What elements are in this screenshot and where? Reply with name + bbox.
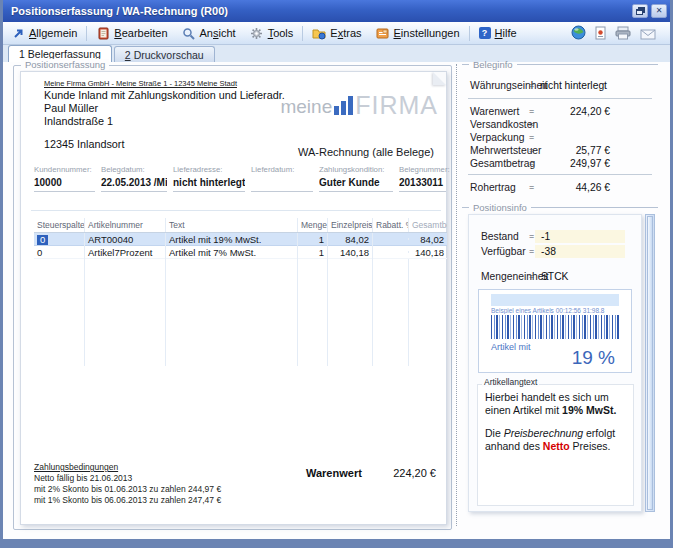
beleginfo-row: Gesamtbetrag = 249,97 € xyxy=(462,158,658,171)
globe-button[interactable] xyxy=(571,25,586,44)
menu-extras[interactable]: Extras xyxy=(305,24,368,43)
field-zahlungskondition[interactable]: Zahlungskondition: Guter Kunde xyxy=(319,165,393,192)
window-title: Positionserfassung / WA-Rechnung (R00) xyxy=(11,5,632,17)
payment-line: mit 2% Skonto bis 01.06.2013 zu zahlen 2… xyxy=(34,484,221,495)
logo-bar-icon xyxy=(341,101,346,115)
positionsinfo-group-header: Positionsinfo xyxy=(462,202,658,213)
warenwert-value: 224,20 € xyxy=(393,467,436,479)
scrollbar-thumb[interactable] xyxy=(647,216,653,510)
positionsinfo-card: Bestand = -1 Verfügbar = -38 Mengeneinhe… xyxy=(468,214,642,512)
edit-book-icon xyxy=(96,27,110,40)
payment-terms-heading: Zahlungsbedingungen xyxy=(34,462,221,473)
divider xyxy=(31,210,441,211)
close-button[interactable]: ✕ xyxy=(651,4,667,18)
cell-steuerspalte[interactable]: 0 xyxy=(34,246,85,259)
restore-button[interactable] xyxy=(632,4,648,18)
close-icon: ✕ xyxy=(656,7,663,15)
logo-bar-icon xyxy=(348,96,353,115)
cell-einzelpreis[interactable]: 140,18 xyxy=(328,246,373,259)
tab-druckvorschau[interactable]: 2 Druckvorschau xyxy=(114,46,215,62)
mail-button[interactable] xyxy=(640,26,656,44)
cell-gesamtbetrag[interactable]: 84,02 xyxy=(409,233,447,246)
warenwert-label: Warenwert xyxy=(306,467,362,479)
beleginfo-group-header: Beleginfo xyxy=(462,59,658,70)
menu-bearbeiten[interactable]: Bearbeiten xyxy=(89,24,174,43)
help-icon: ? xyxy=(479,27,491,39)
gear-icon xyxy=(250,27,264,40)
cell-gesamtbetrag[interactable]: 140,18 xyxy=(409,246,447,259)
divider xyxy=(468,174,652,175)
cell-rabatt[interactable] xyxy=(373,238,409,240)
article-image[interactable]: Beispiel eines Artikels 00:12:56 31:98.8… xyxy=(478,289,632,373)
menu-separator xyxy=(469,26,470,41)
field-belegdatum[interactable]: Belegdatum: 22.05.2013 /Mi xyxy=(101,165,167,192)
menu-label: Hilfe xyxy=(495,27,517,39)
positions-table: Steuerspalte Artikelnummer Text Menge Ei… xyxy=(34,218,447,366)
recipient-line: Kunde Inland mit Zahlungskondition und L… xyxy=(44,89,285,101)
document-button[interactable] xyxy=(595,26,606,44)
field-lieferdatum[interactable]: Lieferdatum: xyxy=(251,165,313,192)
field-lieferadresse[interactable]: Lieferadresse: nicht hinterlegt xyxy=(173,165,245,192)
cell-artikelnummer[interactable]: ART00040 xyxy=(85,233,166,246)
cell-steuerspalte[interactable]: 0 xyxy=(34,233,85,246)
payment-terms: Zahlungsbedingungen Netto fällig bis 21.… xyxy=(34,462,221,506)
divider xyxy=(468,98,652,99)
cell-einzelpreis[interactable]: 84,02 xyxy=(328,233,373,246)
menu-label: Allgemein xyxy=(29,27,77,39)
app-window: Positionserfassung / WA-Rechnung (R00) ✕… xyxy=(0,0,673,548)
menu-allgemein[interactable]: Allgemein xyxy=(4,24,84,43)
title-bar[interactable]: Positionserfassung / WA-Rechnung (R00) ✕ xyxy=(0,0,673,22)
menu-hilfe[interactable]: ? Hilfe xyxy=(472,24,524,43)
column-header[interactable]: Gesamtbetrag xyxy=(409,218,447,232)
artikellangtext-box[interactable]: Hierbei handelt es sich um einen Artikel… xyxy=(477,384,634,506)
cell-text[interactable]: Artikel mit 19% MwSt. xyxy=(166,233,298,246)
panel-splitter[interactable] xyxy=(456,64,457,526)
recipient-city: 12345 Inlandsort xyxy=(44,138,124,150)
arrow-ne-icon xyxy=(11,27,25,40)
menu-einstellungen[interactable]: Einstellungen xyxy=(369,24,467,43)
cell-menge[interactable]: 1 xyxy=(298,233,328,246)
bestand-row: Bestand = -1 xyxy=(469,231,641,244)
group-label-beleginfo: Beleginfo xyxy=(473,59,513,70)
cell-rabatt[interactable] xyxy=(373,251,409,253)
field-belegnummer[interactable]: Belegnummer: 20133011 xyxy=(399,165,446,192)
empty-grid-rows[interactable] xyxy=(34,259,447,366)
payment-line: mit 1% Skonto bis 06.06.2013 zu zahlen 2… xyxy=(34,495,221,506)
printer-button[interactable] xyxy=(615,26,631,44)
header-fields: Kundennummer: 10000 Belegdatum: 22.05.20… xyxy=(34,165,446,205)
langtext-paragraph: Hierbei handelt es sich um einen Artikel… xyxy=(485,391,626,416)
beleginfo-row: Verpackung = xyxy=(462,132,658,145)
content-area: Positionserfassung Meine Firma GmbH - Me… xyxy=(0,62,673,539)
logo-bar-icon xyxy=(334,106,339,115)
column-header[interactable]: Text xyxy=(166,218,298,232)
menu-label: Extras xyxy=(330,27,361,39)
folder-icon xyxy=(312,27,326,40)
menu-tools[interactable]: Tools xyxy=(243,24,301,43)
beleginfo-row: Währungseinheit = nicht hinterlegt xyxy=(462,80,658,93)
window-controls: ✕ xyxy=(632,4,667,18)
menu-label: Bearbeiten xyxy=(114,27,167,39)
beleginfo-row: Rohertrag = 44,26 € xyxy=(462,182,658,195)
table-row[interactable]: 0 Artikel7Prozent Artikel mit 7% MwSt. 1… xyxy=(34,246,447,259)
vertical-scrollbar[interactable] xyxy=(645,214,655,512)
cell-artikelnummer[interactable]: Artikel7Prozent xyxy=(85,246,166,259)
column-header[interactable]: Menge xyxy=(298,218,328,232)
group-label-positionserfassung: Positionserfassung xyxy=(21,59,109,70)
column-header[interactable]: Rabatt. % xyxy=(373,218,409,232)
column-header[interactable]: Steuerspalte xyxy=(34,218,85,232)
settings-panel-icon xyxy=(376,27,390,40)
beleginfo-row: Warenwert = 224,20 € xyxy=(462,106,658,119)
table-row-selected[interactable]: 0 ART00040 Artikel mit 19% MwSt. 1 84,02… xyxy=(34,233,447,246)
menu-ansicht[interactable]: Ansicht xyxy=(175,24,243,43)
mengeneinheit-row: Mengeneinheit = STCK xyxy=(469,271,641,284)
field-kundennummer[interactable]: Kundennummer: 10000 xyxy=(34,165,95,192)
langtext-paragraph: Die Preisberechnung erfolgt anhand des N… xyxy=(485,427,626,452)
cell-menge[interactable]: 1 xyxy=(298,246,328,259)
cell-text[interactable]: Artikel mit 7% MwSt. xyxy=(166,246,298,259)
document-type-title: WA-Rechnung (alle Belege) xyxy=(298,146,434,158)
column-header[interactable]: Artikelnummer xyxy=(85,218,166,232)
group-label-positionsinfo: Positionsinfo xyxy=(473,202,527,213)
column-header[interactable]: Einzelpreis xyxy=(328,218,373,232)
recipient-line: Inlandstraße 1 xyxy=(44,115,113,127)
invoice-sheet: Meine Firma GmbH - Meine Straße 1 - 1234… xyxy=(20,71,447,525)
